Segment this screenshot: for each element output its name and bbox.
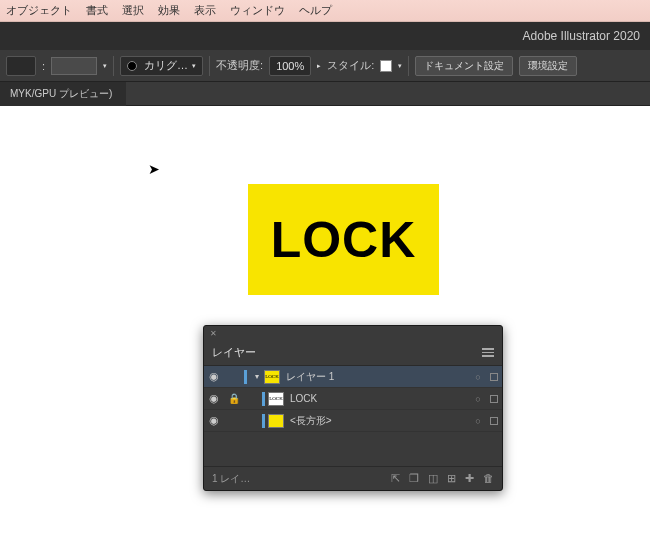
stroke-weight-field[interactable] <box>6 56 36 76</box>
selection-box[interactable] <box>486 371 502 383</box>
opacity-label: 不透明度: <box>216 58 263 73</box>
layer-color-bar <box>262 392 265 406</box>
preferences-button[interactable]: 環境設定 <box>519 56 577 76</box>
menu-format[interactable]: 書式 <box>86 3 108 18</box>
document-tab-strip: MYK/GPU プレビュー) <box>0 82 650 106</box>
target-icon[interactable]: ○ <box>470 416 486 426</box>
panel-tab-bar: ✕ <box>204 326 502 340</box>
layers-list: ◉ ▾ レイヤー 1 ○ ◉ 🔒 LOCK LOCK ○ ◉ <box>204 366 502 466</box>
layer-name[interactable]: <長方形> <box>290 414 470 428</box>
swatch-field[interactable] <box>51 57 97 75</box>
disclosure-triangle-icon[interactable]: ▾ <box>250 372 264 381</box>
layer-thumbnail: LOCK <box>268 392 284 406</box>
chevron-right-icon[interactable]: ▸ <box>317 62 321 70</box>
close-icon[interactable]: ✕ <box>210 329 218 337</box>
brush-name: カリグ… <box>144 58 188 73</box>
chevron-down-icon: ▾ <box>192 62 196 70</box>
layers-panel: ✕ レイヤー ◉ ▾ レイヤー 1 ○ ◉ 🔒 LOCK <box>203 325 503 491</box>
layer-color-bar <box>244 370 247 384</box>
panel-header: レイヤー <box>204 340 502 366</box>
layer-thumbnail <box>264 370 280 384</box>
selection-box[interactable] <box>486 415 502 427</box>
chevron-down-icon[interactable]: ▾ <box>398 62 402 70</box>
menu-object[interactable]: オブジェクト <box>6 3 72 18</box>
lock-icon[interactable]: 🔒 <box>224 393 244 404</box>
visibility-toggle[interactable]: ◉ <box>204 370 224 383</box>
target-icon[interactable]: ○ <box>470 394 486 404</box>
make-clipping-mask-icon[interactable]: ◫ <box>428 472 438 485</box>
opacity-field[interactable]: 100% <box>269 56 311 76</box>
menu-select[interactable]: 選択 <box>122 3 144 18</box>
opacity-value: 100% <box>276 60 304 72</box>
visibility-toggle[interactable]: ◉ <box>204 414 224 427</box>
brush-dot-icon <box>127 61 137 71</box>
empty-space <box>204 432 502 466</box>
new-sublayer-icon[interactable]: ⊞ <box>447 472 456 485</box>
target-icon[interactable]: ○ <box>470 372 486 382</box>
layer-row[interactable]: ◉ <長方形> ○ <box>204 410 502 432</box>
panel-title: レイヤー <box>212 345 256 360</box>
footer-icons: ⇱ ❐ ◫ ⊞ ✚ 🗑 <box>391 472 494 485</box>
layer-row[interactable]: ◉ ▾ レイヤー 1 ○ <box>204 366 502 388</box>
layer-thumbnail <box>268 414 284 428</box>
style-label: スタイル: <box>327 58 374 73</box>
divider <box>113 56 114 76</box>
separator-colon: : <box>42 60 45 72</box>
menu-bar: オブジェクト 書式 選択 効果 表示 ウィンドウ ヘルプ <box>0 0 650 22</box>
menu-window[interactable]: ウィンドウ <box>230 3 285 18</box>
document-tab[interactable]: MYK/GPU プレビュー) <box>0 82 126 106</box>
delete-layer-icon[interactable]: 🗑 <box>483 472 494 485</box>
divider <box>408 56 409 76</box>
layer-name[interactable]: レイヤー 1 <box>286 370 470 384</box>
cursor-pointer-icon: ➤ <box>148 161 160 177</box>
layer-row[interactable]: ◉ 🔒 LOCK LOCK ○ <box>204 388 502 410</box>
menu-view[interactable]: 表示 <box>194 3 216 18</box>
layer-color-bar <box>262 414 265 428</box>
new-layer-icon[interactable]: ✚ <box>465 472 474 485</box>
app-title-bar: Adobe Illustrator 2020 <box>0 22 650 50</box>
panel-menu-icon[interactable] <box>482 348 494 357</box>
menu-help[interactable]: ヘルプ <box>299 3 332 18</box>
panel-footer: 1 レイ… ⇱ ❐ ◫ ⊞ ✚ 🗑 <box>204 466 502 490</box>
locate-object-icon[interactable]: ⇱ <box>391 472 400 485</box>
divider <box>209 56 210 76</box>
control-bar: : ▾ カリグ… ▾ 不透明度: 100% ▸ スタイル: ▾ ドキュメント設定… <box>0 50 650 82</box>
brush-dropdown[interactable]: カリグ… ▾ <box>120 56 203 76</box>
layer-count: 1 レイ… <box>212 472 250 486</box>
artwork-rectangle[interactable]: LOCK <box>248 184 439 295</box>
visibility-toggle[interactable]: ◉ <box>204 392 224 405</box>
selection-box[interactable] <box>486 393 502 405</box>
artwork-text: LOCK <box>271 211 417 269</box>
layer-name[interactable]: LOCK <box>290 393 470 404</box>
collect-icon[interactable]: ❐ <box>409 472 419 485</box>
chevron-down-icon[interactable]: ▾ <box>103 62 107 70</box>
canvas-area[interactable]: ➤ LOCK ✕ レイヤー ◉ ▾ レイヤー 1 ○ ◉ 🔒 <box>0 106 650 549</box>
style-swatch[interactable] <box>380 60 392 72</box>
menu-effect[interactable]: 効果 <box>158 3 180 18</box>
app-title: Adobe Illustrator 2020 <box>523 29 640 43</box>
document-settings-button[interactable]: ドキュメント設定 <box>415 56 513 76</box>
